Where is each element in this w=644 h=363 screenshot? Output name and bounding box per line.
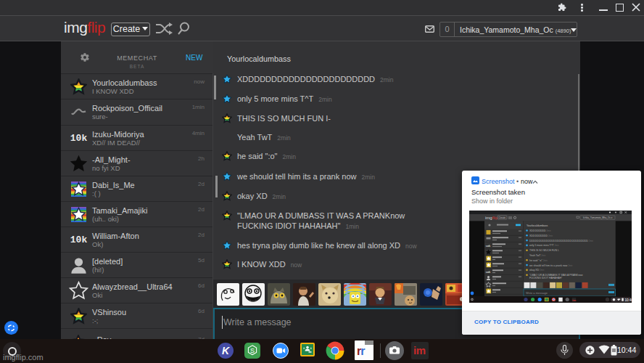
svg-text:Create: Create xyxy=(499,216,506,219)
svg-text:THIS IS SO MUCH FUN I-: THIS IS SO MUCH FUN I- xyxy=(529,249,560,252)
svg-text:we should tell him its a prank: we should tell him its a prank now 2min xyxy=(529,264,573,267)
svg-text:imgflip: imgflip xyxy=(485,216,498,220)
svg-text:DDDDDDDDDDDDDDDDDDDDDDDDDDDDDD: DDDDDDDDDDDDDDDDDDDDDDDDDDDDDDDD 2min xyxy=(529,240,593,242)
svg-text:S: S xyxy=(250,347,255,354)
svg-text:okay XD 2min: okay XD 2min xyxy=(529,269,545,272)
svg-text:XDDDDDDDDD 2min: XDDDDDDDDD 2min xyxy=(529,234,553,237)
svg-text:Write a message: Write a message xyxy=(526,291,548,295)
svg-text:10k: 10k xyxy=(486,245,492,248)
svg-text:im: im xyxy=(572,298,576,302)
svg-text:Yourlocaldumbass: Yourlocaldumbass xyxy=(527,224,548,227)
svg-text:Ichika_Yamamoto_Mha_Oc ▾: Ichika_Yamamoto_Mha_Oc ▾ xyxy=(583,216,613,219)
svg-text:he said ":o" 2min: he said ":o" 2min xyxy=(529,259,548,262)
svg-text:XDDDDDDDD 2min: XDDDDDDDD 2min xyxy=(529,229,551,232)
svg-text:Yeah TwT 2min: Yeah TwT 2min xyxy=(529,254,546,257)
svg-text:only 5 more mins T^T 2min: only 5 more mins T^T 2min xyxy=(529,244,559,247)
svg-text:10:44: 10:44 xyxy=(625,298,632,302)
svg-text:"LMAO UR A DUMBASS IT WAS A PR: "LMAO UR A DUMBASS IT WAS A PRANKnow xyxy=(529,274,583,277)
svg-text:FUCKING IDIOT HAHAHAH": FUCKING IDIOT HAHAHAH" xyxy=(529,277,563,280)
svg-text:10k: 10k xyxy=(486,271,492,274)
